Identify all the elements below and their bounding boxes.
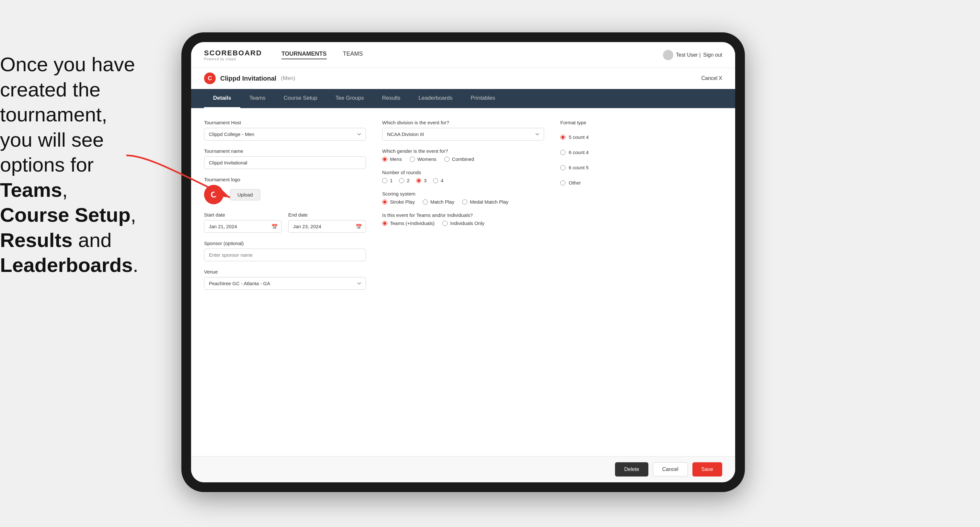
format-other[interactable]: Other [560,180,722,186]
user-avatar [663,50,673,60]
start-date-field: Start date 📅 [204,212,282,233]
tournament-host-select[interactable]: Clippd College - Men [204,128,366,140]
logo-area: SCOREBOARD Powered by clippd [204,49,262,61]
form-grid: Tournament Host Clippd College - Men Tou… [204,120,722,290]
teams-label: Is this event for Teams and/or Individua… [382,212,544,218]
gender-label: Which gender is the event for? [382,148,544,154]
breadcrumb-content: C Clippd Invitational (Men) [204,73,295,84]
tournament-host-label: Tournament Host [204,120,366,125]
sponsor-field: Sponsor (optional) [204,241,366,261]
tab-tee-groups[interactable]: Tee Groups [326,89,373,108]
teams-field: Is this event for Teams and/or Individua… [382,212,544,226]
upload-button[interactable]: Upload [230,189,260,200]
logo-upload-area: C Upload [204,185,366,204]
col-left: Tournament Host Clippd College - Men Tou… [204,120,366,290]
gender-radio-group: Mens Womens Combined [382,156,544,162]
venue-field: Venue Peachtree GC - Atlanta - GA [204,269,366,290]
rounds-radio-group: 1 2 3 4 [382,178,544,183]
gender-combined[interactable]: Combined [444,156,474,162]
scoring-stroke-play[interactable]: Stroke Play [382,199,415,205]
gender-mens[interactable]: Mens [382,156,402,162]
nav-tournaments[interactable]: TOURNAMENTS [282,51,327,59]
save-button[interactable]: Save [692,462,722,476]
cancel-button[interactable]: Cancel [653,462,688,476]
individuals-only[interactable]: Individuals Only [442,221,485,226]
cancel-x-button[interactable]: Cancel X [702,75,722,81]
delete-button[interactable]: Delete [615,462,648,476]
breadcrumb-subtitle: (Men) [281,75,295,82]
sponsor-label: Sponsor (optional) [204,241,366,246]
sponsor-input[interactable] [204,249,366,261]
rounds-2[interactable]: 2 [399,178,409,183]
end-date-label: End date [288,212,366,217]
top-nav: SCOREBOARD Powered by clippd TOURNAMENTS… [191,42,735,68]
date-row: Start date 📅 End date 📅 [204,212,366,233]
scoring-match-play[interactable]: Match Play [423,199,454,205]
nav-links: TOURNAMENTS TEAMS [282,51,663,59]
start-date-wrapper: 📅 [204,220,282,233]
format-type-label: Format type [560,120,722,125]
scoring-radio-group: Stroke Play Match Play Medal Match Play [382,199,544,205]
tournament-logo-label: Tournament logo [204,177,366,182]
nav-teams[interactable]: TEAMS [343,51,363,59]
sign-out-link[interactable]: Sign out [703,52,722,58]
start-date-input[interactable] [204,220,282,233]
breadcrumb-icon: C [204,73,216,84]
user-area: Test User | Sign out [663,50,722,60]
breadcrumb-bar: C Clippd Invitational (Men) Cancel X [191,68,735,89]
tab-printables[interactable]: Printables [461,89,504,108]
rounds-field: Number of rounds 1 2 [382,170,544,183]
rounds-1[interactable]: 1 [382,178,393,183]
tournament-host-field: Tournament Host Clippd College - Men [204,120,366,140]
tournament-name-label: Tournament name [204,148,366,154]
format-6count4[interactable]: 6 count 4 [560,149,722,155]
format-5count4[interactable]: 5 count 4 [560,134,722,140]
logo-title: SCOREBOARD [204,49,262,57]
tab-course-setup[interactable]: Course Setup [275,89,326,108]
logo-sub: Powered by clippd [204,57,262,61]
tab-leaderboards[interactable]: Leaderboards [409,89,461,108]
format-6count5[interactable]: 6 count 5 [560,165,722,170]
tab-results[interactable]: Results [373,89,410,108]
gender-womens[interactable]: Womens [410,156,437,162]
scoring-field: Scoring system Stroke Play Match Play [382,191,544,205]
venue-select[interactable]: Peachtree GC - Atlanta - GA [204,277,366,290]
teams-plus-individuals[interactable]: Teams (+Individuals) [382,221,434,226]
end-date-input[interactable] [288,220,366,233]
division-label: Which division is the event for? [382,120,544,125]
tournament-logo-field: Tournament logo C Upload [204,177,366,204]
footer-bar: Delete Cancel Save [191,456,735,483]
col-middle: Which division is the event for? NCAA Di… [382,120,544,290]
rounds-label: Number of rounds [382,170,544,175]
start-date-calendar-icon: 📅 [271,223,278,230]
teams-radio-group: Teams (+Individuals) Individuals Only [382,221,544,226]
division-field: Which division is the event for? NCAA Di… [382,120,544,140]
end-date-field: End date 📅 [288,212,366,233]
tournament-name-field: Tournament name [204,148,366,169]
logo-preview: C [204,185,223,204]
tab-teams[interactable]: Teams [240,89,275,108]
tabs-bar: Details Teams Course Setup Tee Groups Re… [191,89,735,108]
breadcrumb-title: Clippd Invitational [220,75,276,82]
gender-field: Which gender is the event for? Mens Wome… [382,148,544,162]
tab-details[interactable]: Details [204,89,240,108]
venue-label: Venue [204,269,366,275]
tablet-device: SCOREBOARD Powered by clippd TOURNAMENTS… [181,32,745,492]
col-right: Format type 5 count 4 6 count 4 6 count … [560,120,722,290]
division-select[interactable]: NCAA Division III [382,128,544,140]
scoring-label: Scoring system [382,191,544,197]
main-content: Tournament Host Clippd College - Men Tou… [191,108,735,456]
tournament-name-input[interactable] [204,156,366,169]
start-date-label: Start date [204,212,282,217]
scoring-medal-match-play[interactable]: Medal Match Play [462,199,509,205]
annotation-text: Once you have created the tournament, yo… [0,52,149,278]
rounds-3[interactable]: 3 [416,178,426,183]
end-date-calendar-icon: 📅 [356,223,362,230]
tablet-screen: SCOREBOARD Powered by clippd TOURNAMENTS… [191,42,735,483]
end-date-wrapper: 📅 [288,220,366,233]
user-text: Test User | [676,52,700,58]
rounds-4[interactable]: 4 [433,178,443,183]
